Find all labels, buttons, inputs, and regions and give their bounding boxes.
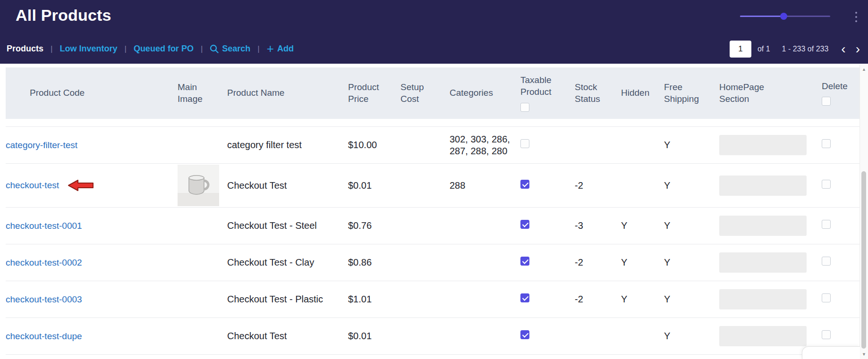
column-header-setup-cost: Setup Cost [400, 82, 434, 105]
search-label: Search [222, 44, 250, 54]
column-header-product-price: Product Price [348, 82, 388, 105]
hidden-flag: Y [621, 208, 664, 244]
product-code-link[interactable]: checkout-test-0002 [6, 258, 82, 267]
free-shipping-flag: Y [664, 281, 719, 318]
homepage-section-input[interactable] [719, 252, 807, 273]
product-name: category filter test [227, 127, 348, 164]
delete-checkbox[interactable] [822, 257, 831, 266]
all-products-page: All Products Products | Low Inventory | … [0, 0, 868, 359]
column-header-stock-status: Stock Status [575, 82, 609, 105]
homepage-section-input[interactable] [719, 289, 807, 309]
product-price: $10.00 [348, 127, 400, 164]
product-price: $0.01 [348, 164, 400, 208]
delete-checkbox[interactable] [822, 293, 831, 302]
table-row: checkout-test-0003 Checkout Test - Plast… [6, 281, 860, 318]
search-button[interactable]: Search [210, 44, 250, 54]
taxable-select-all-checkbox[interactable] [520, 103, 529, 112]
taxable-checkbox[interactable] [520, 257, 529, 266]
kebab-menu-icon[interactable] [853, 10, 859, 23]
setup-cost [400, 127, 450, 164]
column-header-free-shipping: Free Shipping [664, 82, 704, 105]
column-header-homepage-section: HomePage Section [719, 82, 772, 105]
stock-status: -3 [575, 208, 621, 244]
vertical-scrollbar[interactable]: ▲ ▼ [859, 65, 868, 359]
setup-cost [400, 244, 450, 281]
stock-status: -2 [575, 244, 621, 281]
product-name: Checkout Test [227, 318, 348, 355]
scroll-down-icon[interactable]: ▼ [860, 351, 868, 358]
table-row: category-filter-test category filter tes… [6, 127, 860, 164]
table-header: Product Code Main Image Product Name Pro… [6, 67, 860, 119]
homepage-section-input[interactable] [719, 326, 807, 346]
scroll-up-icon[interactable]: ▲ [860, 66, 868, 73]
products-table: Product Code Main Image Product Name Pro… [6, 67, 860, 355]
homepage-section-input[interactable] [719, 216, 807, 236]
stock-status [575, 318, 621, 355]
stock-status: -2 [575, 281, 621, 318]
page-title: All Products [16, 6, 111, 25]
zoom-slider[interactable] [740, 12, 830, 20]
column-header-product-code: Product Code [30, 88, 85, 98]
scrollbar-thumb[interactable] [861, 171, 866, 349]
categories: 288 [450, 164, 520, 208]
chevron-left-icon[interactable]: ‹ [839, 42, 847, 56]
hidden-flag [621, 318, 664, 355]
separator: | [51, 44, 52, 54]
homepage-section-input[interactable] [719, 175, 807, 196]
free-shipping-flag: Y [664, 127, 719, 164]
pagination: of 1 1 - 233 of 233 ‹ › [730, 41, 862, 58]
product-price: $0.01 [348, 318, 400, 355]
hidden-flag [621, 164, 664, 208]
title-row: All Products [0, 0, 868, 30]
delete-checkbox[interactable] [822, 220, 831, 229]
setup-cost [400, 164, 450, 208]
product-code-link[interactable]: category-filter-test [6, 140, 77, 150]
delete-select-all-checkbox[interactable] [822, 97, 831, 106]
app-header: All Products Products | Low Inventory | … [0, 0, 868, 64]
tab-queued-for-po[interactable]: Queued for PO [134, 44, 194, 54]
categories [450, 281, 520, 318]
slider-fill [740, 16, 783, 17]
tab-low-inventory[interactable]: Low Inventory [60, 44, 117, 54]
slider-thumb[interactable] [780, 13, 787, 20]
categories: 302, 303, 286, 287, 288, 280 [450, 127, 520, 164]
column-header-taxable-product: Taxable Product [520, 75, 560, 98]
taxable-checkbox[interactable] [520, 139, 529, 148]
taxable-checkbox[interactable] [520, 220, 529, 229]
product-name: Checkout Test [227, 164, 348, 208]
toolbar-left: Products | Low Inventory | Queued for PO… [7, 44, 294, 54]
taxable-checkbox[interactable] [520, 293, 529, 302]
free-shipping-flag: Y [664, 318, 719, 355]
column-header-product-name: Product Name [227, 88, 284, 98]
product-price: $0.76 [348, 208, 400, 244]
search-icon [210, 44, 219, 53]
delete-checkbox[interactable] [822, 180, 831, 189]
homepage-section-input[interactable] [719, 135, 807, 155]
categories [450, 244, 520, 281]
column-header-hidden: Hidden [621, 88, 649, 98]
tab-products[interactable]: Products [7, 44, 43, 54]
product-name: Checkout Test - Plastic [227, 281, 348, 318]
chevron-right-icon[interactable]: › [854, 42, 862, 56]
taxable-checkbox[interactable] [520, 180, 529, 189]
page-number-input[interactable] [730, 41, 751, 58]
product-code-link[interactable]: checkout-test-dupe [6, 331, 82, 341]
table-row: checkout-test-dupe Checkout Test $0.01 Y [6, 318, 860, 355]
add-label: Add [277, 44, 294, 54]
product-code-link[interactable]: checkout-test [6, 180, 59, 190]
stock-status: -2 [575, 164, 621, 208]
add-button[interactable]: + Add [267, 44, 294, 54]
annotation-arrow-icon [68, 179, 94, 192]
toolbar: Products | Low Inventory | Queued for PO… [0, 30, 868, 66]
hidden-flag: Y [621, 281, 664, 318]
table-row: checkout-test Chec [6, 164, 860, 208]
setup-cost [400, 208, 450, 244]
product-name: Checkout Test - Clay [227, 244, 348, 281]
delete-checkbox[interactable] [822, 330, 831, 339]
product-price: $0.86 [348, 244, 400, 281]
delete-checkbox[interactable] [822, 139, 831, 148]
taxable-checkbox[interactable] [520, 330, 529, 339]
product-code-link[interactable]: checkout-test-0001 [6, 221, 82, 231]
column-header-categories: Categories [450, 88, 493, 98]
product-code-link[interactable]: checkout-test-0003 [6, 294, 82, 304]
